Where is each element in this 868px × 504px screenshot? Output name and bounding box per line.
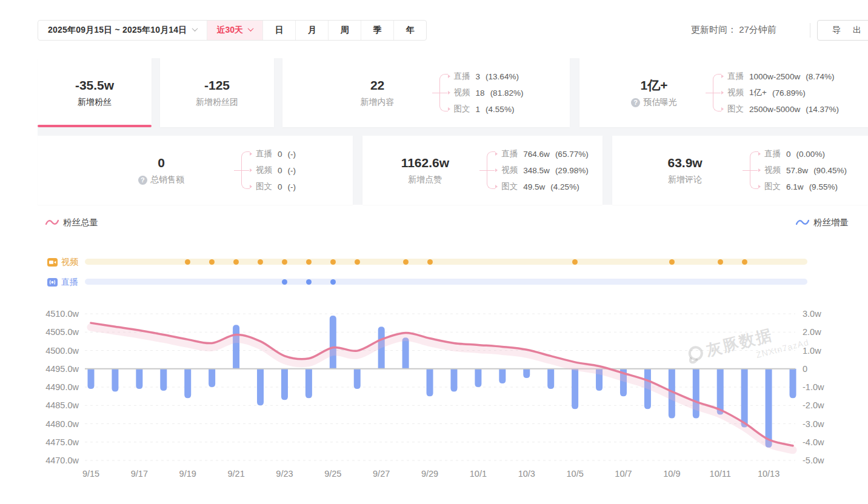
x-axis-label: 10/1 xyxy=(470,469,487,479)
content-dot[interactable] xyxy=(330,259,336,265)
breakdown-row: 视频0(-) xyxy=(252,165,296,176)
help-icon[interactable] xyxy=(138,176,147,185)
increment-bar xyxy=(209,369,215,387)
stat-card-estimated-exposure[interactable]: 1亿+ 预估曝光 直播1000w-2500w(8.74%) 视频1亿+(76.8… xyxy=(579,58,868,127)
tab-day[interactable]: 日 xyxy=(262,21,295,40)
stat-value: 63.9w xyxy=(633,155,736,170)
left-axis-label: 4475.0w xyxy=(45,437,79,447)
date-range-picker[interactable]: 2025年09月15日 ~ 2025年10月14日 xyxy=(38,21,207,40)
increment-bar xyxy=(717,369,724,415)
content-dot[interactable] xyxy=(258,259,263,265)
stat-value: 0 xyxy=(95,155,228,170)
increment-bar xyxy=(790,369,796,398)
increment-bar xyxy=(499,369,506,383)
export-button[interactable]: 导 出 xyxy=(817,20,868,41)
breakdown-row: 直播3(13.64%) xyxy=(450,71,524,82)
live-icon xyxy=(47,278,58,287)
breakdown-row: 视频57.8w(90.45%) xyxy=(761,165,847,176)
breakdown-row: 图文0(-) xyxy=(252,181,296,192)
breakdown-row: 视频348.5w(29.98%) xyxy=(498,165,588,176)
stat-card-new-content[interactable]: 22 新增内容 直播3(13.64%) 视频18(81.82%) 图文1(4.5… xyxy=(282,58,570,127)
quick-range-label: 近30天 xyxy=(217,25,244,36)
help-icon[interactable] xyxy=(631,98,640,107)
increment-bar xyxy=(427,369,433,396)
content-dot[interactable] xyxy=(306,279,312,285)
stat-label: 新增评论 xyxy=(668,174,702,185)
fans-chart: 4510.0w3.0w4505.0w2.0w4500.0w1.0w4495.0w… xyxy=(0,303,868,491)
breakdown-row: 图文2500w-5000w(14.37%) xyxy=(724,104,839,114)
right-axis-label: -3.0w xyxy=(803,419,824,429)
breakdown-row: 视频18(81.82%) xyxy=(450,87,524,98)
left-axis-label: 4505.0w xyxy=(45,327,79,337)
content-dot[interactable] xyxy=(427,259,433,265)
stat-card-new-comments[interactable]: 63.9w 新增评论 直播0(0.00%) 视频57.8w(90.45%) 图文… xyxy=(612,136,868,205)
tab-week[interactable]: 周 xyxy=(328,21,361,40)
content-dot[interactable] xyxy=(282,279,287,285)
increment-bar xyxy=(88,369,95,389)
content-dot[interactable] xyxy=(185,259,190,265)
x-axis-label: 9/23 xyxy=(276,469,293,479)
content-dot[interactable] xyxy=(233,259,239,265)
content-dot[interactable] xyxy=(742,259,747,265)
content-dot[interactable] xyxy=(282,259,287,265)
content-dot[interactable] xyxy=(209,259,215,265)
stat-value: 1162.6w xyxy=(376,155,473,170)
tab-year[interactable]: 年 xyxy=(393,21,426,40)
right-axis-label: 0 xyxy=(803,364,807,374)
divider xyxy=(810,23,810,38)
right-axis-label: -4.0w xyxy=(803,437,824,447)
increment-bar xyxy=(305,369,312,398)
breakdown-row: 直播0(0.00%) xyxy=(761,148,847,159)
increment-bar xyxy=(184,369,191,398)
x-axis-label: 9/17 xyxy=(131,469,148,479)
content-dot[interactable] xyxy=(572,259,578,265)
stat-value: 1亿+ xyxy=(609,78,699,93)
increment-bar xyxy=(523,369,530,378)
content-dot[interactable] xyxy=(355,259,360,265)
breakdown-row: 直播1000w-2500w(8.74%) xyxy=(724,71,839,82)
breakdown-row: 图文1(4.55%) xyxy=(450,104,524,114)
stat-card-new-fanclub[interactable]: -125 新增粉丝团 xyxy=(160,58,274,127)
stat-label: 新增内容 xyxy=(361,97,395,108)
content-dot[interactable] xyxy=(718,259,723,265)
breakdown-list: 直播1000w-2500w(8.74%) 视频1亿+(76.89%) 图文250… xyxy=(724,71,839,114)
content-dot[interactable] xyxy=(669,259,675,265)
legend-total-fans[interactable]: 粉丝总量 xyxy=(45,217,98,228)
stat-value: -125 xyxy=(196,78,238,93)
video-row-label: 视频 xyxy=(61,257,78,268)
right-axis-label: -1.0w xyxy=(803,382,824,392)
left-axis-label: 4490.0w xyxy=(45,382,79,392)
increment-bar xyxy=(475,369,481,387)
tab-quarter[interactable]: 季 xyxy=(361,21,393,40)
increment-bar xyxy=(136,369,142,389)
stat-card-new-fans[interactable]: -35.5w 新增粉丝 xyxy=(38,58,152,127)
x-axis-label: 9/27 xyxy=(373,469,390,479)
content-dot[interactable] xyxy=(306,259,312,265)
increment-bar xyxy=(330,316,336,369)
breakdown-list: 直播3(13.64%) 视频18(81.82%) 图文1(4.55%) xyxy=(450,71,524,114)
breakdown-row: 直播0(-) xyxy=(252,148,296,159)
stat-card-new-likes[interactable]: 1162.6w 新增点赞 直播764.6w(65.77%) 视频348.5w(2… xyxy=(362,136,603,205)
x-axis-label: 10/5 xyxy=(567,469,584,479)
tab-month[interactable]: 月 xyxy=(295,21,328,40)
video-timeline-row: 视频 xyxy=(0,257,868,267)
x-axis-label: 9/25 xyxy=(324,469,341,479)
increment-bar xyxy=(233,325,239,369)
x-axis-label: 9/21 xyxy=(227,469,244,479)
stat-value: 22 xyxy=(329,78,426,93)
increment-bar xyxy=(281,369,288,400)
right-axis-label: -5.0w xyxy=(803,456,824,465)
legend-fan-increment[interactable]: 粉丝增量 xyxy=(796,217,849,228)
right-axis-label: 3.0w xyxy=(803,309,821,319)
right-axis-label: -2.0w xyxy=(803,400,824,410)
content-dot[interactable] xyxy=(403,259,409,265)
stat-card-total-sales[interactable]: 0 总销售额 直播0(-) 视频0(-) 图文0(-) xyxy=(38,136,353,205)
video-track xyxy=(85,259,807,265)
x-axis-label: 9/29 xyxy=(421,469,438,479)
content-dot[interactable] xyxy=(330,279,336,285)
x-axis-label: 9/19 xyxy=(179,469,196,479)
increment-bar xyxy=(160,369,167,391)
increment-bar xyxy=(450,369,457,392)
quick-range-dropdown[interactable]: 近30天 xyxy=(207,21,263,40)
total-line-halo xyxy=(91,327,793,450)
